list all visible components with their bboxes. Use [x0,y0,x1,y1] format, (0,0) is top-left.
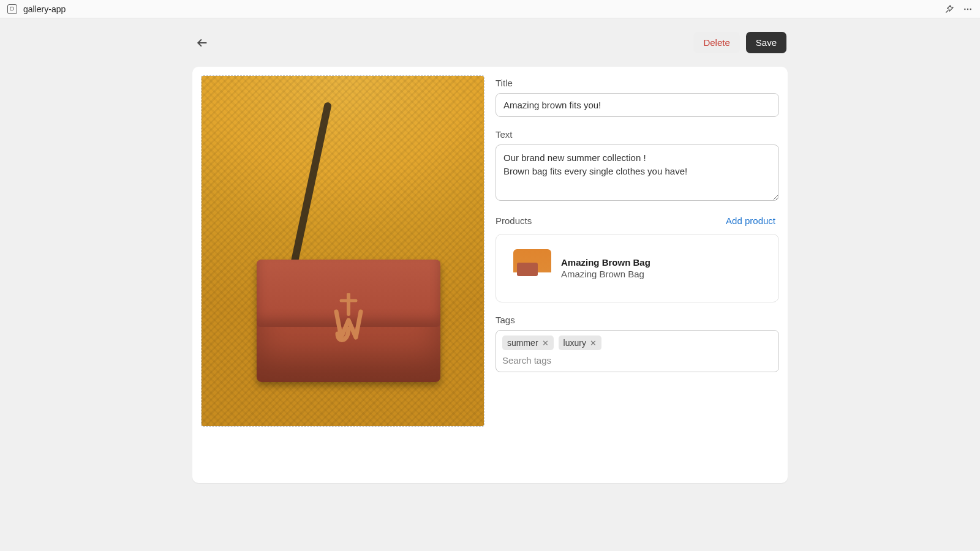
tag-search-input[interactable] [502,354,772,368]
title-label: Title [496,78,779,88]
topbar-left: gallery-app [7,4,66,14]
tag-label: luxury [564,338,586,348]
text-label: Text [496,129,779,140]
tag-chip: luxury ✕ [559,335,601,350]
tag-remove-icon[interactable]: ✕ [590,339,597,347]
action-buttons: Delete Save [693,32,786,53]
app-title: gallery-app [23,4,66,14]
more-icon[interactable] [963,4,973,14]
add-product-button[interactable]: Add product [722,215,779,227]
text-input[interactable] [496,144,779,201]
pin-icon[interactable] [944,4,954,14]
back-button[interactable] [194,34,211,51]
product-title: Amazing Brown Bag [561,257,650,268]
product-info: Amazing Brown Bag Amazing Brown Bag [561,257,650,279]
topbar-right [944,4,973,14]
save-button[interactable]: Save [746,32,786,53]
delete-button[interactable]: Delete [693,32,739,53]
app-icon [7,4,17,14]
svg-point-1 [964,8,965,9]
product-subtitle: Amazing Brown Bag [561,269,650,279]
tag-remove-icon[interactable]: ✕ [542,339,549,347]
tag-row: summer ✕ luxury ✕ [502,335,772,350]
products-label: Products [496,216,532,226]
svg-point-2 [967,8,968,9]
action-bar: Delete Save [192,32,788,53]
tag-label: summer [507,338,538,348]
svg-line-0 [946,10,948,12]
product-thumbnail [513,249,551,287]
topbar: gallery-app [0,0,980,18]
product-card[interactable]: Amazing Brown Bag Amazing Brown Bag [496,234,779,302]
product-photo [202,76,484,426]
svg-point-3 [970,8,971,9]
image-dropzone[interactable] [201,75,484,427]
editor-card: Title Text Products Add product A [192,67,788,483]
tags-label: Tags [496,315,779,325]
tag-chip: summer ✕ [502,335,554,350]
title-input[interactable] [496,93,779,117]
tags-box[interactable]: summer ✕ luxury ✕ [496,330,779,372]
form-column: Title Text Products Add product A [496,75,779,474]
